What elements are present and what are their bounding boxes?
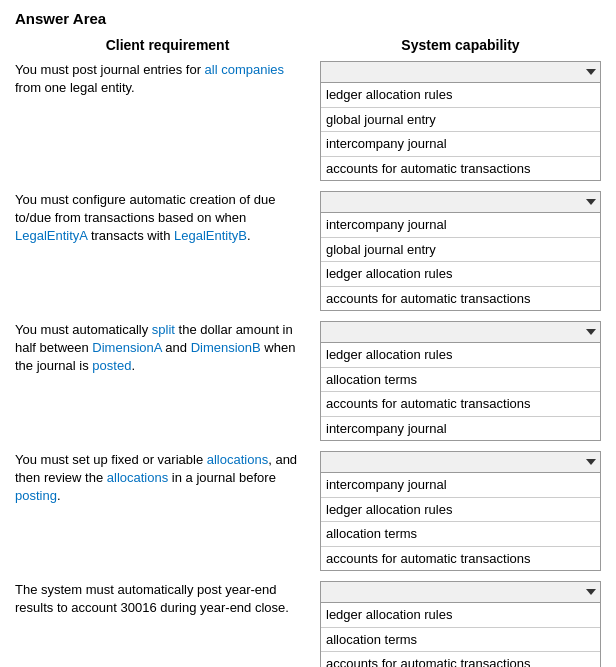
- chevron-down-icon: [586, 329, 596, 335]
- dropdown-item[interactable]: global journal entry: [321, 238, 600, 263]
- highlight-text: DimensionB: [191, 340, 261, 355]
- chevron-down-icon: [586, 69, 596, 75]
- dropdown-header-5[interactable]: [320, 581, 601, 603]
- client-req-3: You must automatically split the dollar …: [15, 321, 320, 376]
- qa-row-1: You must post journal entries for all co…: [15, 61, 601, 181]
- highlight-text: LegalEntityB: [174, 228, 247, 243]
- highlight-text: all companies: [205, 62, 285, 77]
- answer-area-title: Answer Area: [15, 10, 601, 27]
- client-req-2: You must configure automatic creation of…: [15, 191, 320, 246]
- dropdown-list-2: intercompany journalglobal journal entry…: [320, 213, 601, 311]
- dropdown-item[interactable]: ledger allocation rules: [321, 498, 600, 523]
- client-req-header: Client requirement: [15, 37, 320, 53]
- highlight-text: allocations: [207, 452, 268, 467]
- dropdown-item[interactable]: intercompany journal: [321, 473, 600, 498]
- dropdown-list-3: ledger allocation rulesallocation termsa…: [320, 343, 601, 441]
- system-cap-header: System capability: [320, 37, 601, 53]
- chevron-down-icon: [586, 459, 596, 465]
- dropdown-item[interactable]: ledger allocation rules: [321, 603, 600, 628]
- highlight-text: DimensionA: [92, 340, 161, 355]
- dropdown-item[interactable]: accounts for automatic transactions: [321, 652, 600, 667]
- dropdown-item[interactable]: allocation terms: [321, 628, 600, 653]
- highlight-text: LegalEntityA: [15, 228, 87, 243]
- chevron-down-icon: [586, 199, 596, 205]
- qa-row-3: You must automatically split the dollar …: [15, 321, 601, 441]
- dropdown-item[interactable]: accounts for automatic transactions: [321, 547, 600, 571]
- dropdown-list-4: intercompany journalledger allocation ru…: [320, 473, 601, 571]
- system-cap-1: ledger allocation rulesglobal journal en…: [320, 61, 601, 181]
- dropdown-item[interactable]: ledger allocation rules: [321, 343, 600, 368]
- dropdown-list-5: ledger allocation rulesallocation termsa…: [320, 603, 601, 667]
- dropdown-item[interactable]: allocation terms: [321, 522, 600, 547]
- chevron-down-icon: [586, 589, 596, 595]
- system-cap-4: intercompany journalledger allocation ru…: [320, 451, 601, 571]
- dropdown-header-1[interactable]: [320, 61, 601, 83]
- dropdown-item[interactable]: ledger allocation rules: [321, 262, 600, 287]
- client-req-4: You must set up fixed or variable alloca…: [15, 451, 320, 506]
- dropdown-item[interactable]: accounts for automatic transactions: [321, 157, 600, 181]
- client-req-1: You must post journal entries for all co…: [15, 61, 320, 97]
- dropdown-header-2[interactable]: [320, 191, 601, 213]
- dropdown-item[interactable]: ledger allocation rules: [321, 83, 600, 108]
- dropdown-item[interactable]: intercompany journal: [321, 213, 600, 238]
- client-req-5: The system must automatically post year-…: [15, 581, 320, 617]
- system-cap-3: ledger allocation rulesallocation termsa…: [320, 321, 601, 441]
- qa-row-4: You must set up fixed or variable alloca…: [15, 451, 601, 571]
- system-cap-5: ledger allocation rulesallocation termsa…: [320, 581, 601, 667]
- dropdown-item[interactable]: allocation terms: [321, 368, 600, 393]
- qa-row-2: You must configure automatic creation of…: [15, 191, 601, 311]
- dropdown-item[interactable]: intercompany journal: [321, 132, 600, 157]
- dropdown-item[interactable]: accounts for automatic transactions: [321, 392, 600, 417]
- highlight-text: posted: [92, 358, 131, 373]
- highlight-text: split: [152, 322, 175, 337]
- qa-row-5: The system must automatically post year-…: [15, 581, 601, 667]
- dropdown-list-1: ledger allocation rulesglobal journal en…: [320, 83, 601, 181]
- dropdown-header-3[interactable]: [320, 321, 601, 343]
- highlight-text: allocations: [107, 470, 168, 485]
- highlight-text: posting: [15, 488, 57, 503]
- dropdown-header-4[interactable]: [320, 451, 601, 473]
- dropdown-item[interactable]: accounts for automatic transactions: [321, 287, 600, 311]
- dropdown-item[interactable]: global journal entry: [321, 108, 600, 133]
- system-cap-2: intercompany journalglobal journal entry…: [320, 191, 601, 311]
- dropdown-item[interactable]: intercompany journal: [321, 417, 600, 441]
